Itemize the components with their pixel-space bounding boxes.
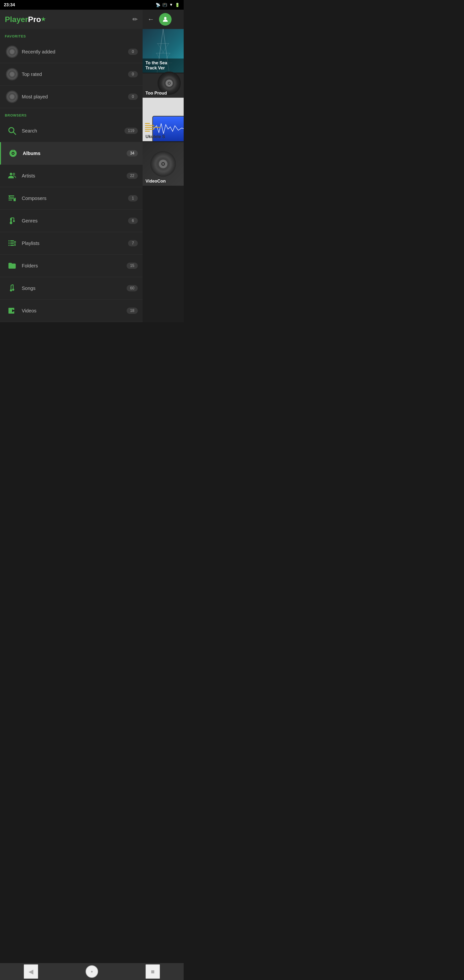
genres-count: 6 <box>128 218 138 224</box>
songs-item[interactable]: Songs 60 <box>0 277 143 299</box>
playlists-icon-container <box>5 236 19 250</box>
search-icon <box>8 126 16 135</box>
album-card-1-image: To the SeaTrack Ver <box>143 29 184 73</box>
status-icons: 📡 📳 ▼ 🔋 <box>156 3 180 7</box>
recently-added-icon <box>5 45 19 59</box>
genres-label: Genres <box>22 218 128 224</box>
browsers-section-header: BROWSERS <box>0 108 143 120</box>
folders-item[interactable]: Folders 15 <box>0 255 143 277</box>
svg-rect-17 <box>10 240 14 242</box>
album-card-4[interactable]: VideoCon <box>143 142 184 186</box>
folders-count: 15 <box>127 262 138 269</box>
album-vinyl-area: Too Proud <box>143 73 184 98</box>
artists-label: Artists <box>22 173 127 179</box>
svg-rect-11 <box>8 200 12 200</box>
status-time: 23:34 <box>4 2 15 8</box>
videocon-label: VideoCon <box>146 179 166 184</box>
search-count: 119 <box>124 128 138 134</box>
user-avatar <box>159 13 172 25</box>
sidebar: PlayerPro★ ✏ FAVORITES Recently added 0 … <box>0 10 143 322</box>
main-layout: PlayerPro★ ✏ FAVORITES Recently added 0 … <box>0 10 184 322</box>
top-rated-count: 0 <box>128 71 138 77</box>
composers-label: Composers <box>22 196 128 201</box>
wifi-icon: ▼ <box>169 3 173 7</box>
svg-rect-21 <box>10 245 14 246</box>
vinyl-disc-icon-2 <box>6 68 18 81</box>
album-card-4-image: VideoCon <box>143 142 184 186</box>
svg-rect-10 <box>8 198 14 199</box>
svg-point-49 <box>162 163 164 165</box>
recently-added-item[interactable]: Recently added 0 <box>0 41 143 63</box>
svg-line-39 <box>162 43 169 53</box>
albums-label: Albums <box>23 151 127 156</box>
artists-icon-container <box>5 169 19 183</box>
composers-icon <box>8 194 16 203</box>
ukulele-label: Ukulele S <box>146 134 165 139</box>
genres-item[interactable]: Genres 6 <box>0 210 143 232</box>
videos-count: 18 <box>127 307 138 314</box>
svg-rect-19 <box>10 242 14 244</box>
playlists-label: Playlists <box>22 240 128 246</box>
videos-item[interactable]: Videos 18 <box>0 299 143 322</box>
songs-icon <box>8 284 16 293</box>
albums-icon <box>9 149 17 158</box>
playlists-count: 7 <box>128 240 138 247</box>
svg-marker-24 <box>14 241 16 242</box>
back-button[interactable]: ← <box>148 16 154 23</box>
most-played-label: Most played <box>22 94 128 100</box>
songs-icon-container <box>5 281 19 296</box>
svg-point-15 <box>13 220 15 222</box>
logo-player-text: Player <box>5 15 28 24</box>
folders-label: Folders <box>22 263 127 269</box>
svg-point-6 <box>10 173 12 175</box>
most-played-icon <box>5 89 19 104</box>
vinyl-disc-icon <box>6 45 18 58</box>
cast-icon: 📡 <box>156 3 160 7</box>
favorites-section-header: FAVORITES <box>0 29 143 41</box>
recently-added-label: Recently added <box>22 49 128 55</box>
folders-icon-container <box>5 258 19 273</box>
album-card-1[interactable]: To the SeaTrack Ver <box>143 29 184 73</box>
svg-rect-9 <box>8 197 14 197</box>
videos-icon-container <box>5 304 19 318</box>
artists-count: 22 <box>127 173 138 179</box>
svg-line-38 <box>157 43 164 53</box>
genres-icon <box>8 216 16 225</box>
right-panel: ← <box>143 10 184 322</box>
most-played-count: 0 <box>128 94 138 100</box>
svg-point-7 <box>13 173 15 175</box>
svg-point-32 <box>164 17 167 19</box>
songs-count: 60 <box>127 285 138 291</box>
albums-icon-container <box>6 146 20 161</box>
artists-icon <box>8 172 16 180</box>
playlists-item[interactable]: Playlists 7 <box>0 232 143 255</box>
svg-point-45 <box>168 83 170 84</box>
album-card-3[interactable]: Ukulele S <box>143 98 184 141</box>
sound-wave-icon <box>145 123 161 132</box>
edit-icon[interactable]: ✏ <box>132 16 138 23</box>
top-rated-label: Top rated <box>22 72 128 77</box>
playlists-icon <box>8 239 16 248</box>
svg-line-1 <box>13 132 16 135</box>
composers-item[interactable]: Composers 1 <box>0 187 143 210</box>
videos-label: Videos <box>22 308 127 313</box>
search-icon-container <box>5 124 19 138</box>
top-rated-item[interactable]: Top rated 0 <box>0 63 143 86</box>
most-played-item[interactable]: Most played 0 <box>0 86 143 108</box>
right-panel-header: ← <box>143 10 184 29</box>
search-item[interactable]: Search 119 <box>0 120 143 142</box>
svg-rect-18 <box>8 242 10 244</box>
top-rated-icon <box>5 67 19 81</box>
videos-icon <box>8 306 16 315</box>
logo-star-icon: ★ <box>41 16 46 22</box>
too-proud-label: Too Proud <box>146 91 167 96</box>
battery-icon: 🔋 <box>175 3 180 7</box>
status-bar: 23:34 📡 📳 ▼ 🔋 <box>0 0 184 10</box>
recently-added-count: 0 <box>128 49 138 55</box>
album-card-3-image: Ukulele S <box>143 98 184 141</box>
svg-point-4 <box>12 153 14 154</box>
vibrate-icon: 📳 <box>162 3 167 7</box>
artists-item[interactable]: Artists 22 <box>0 165 143 187</box>
logo: PlayerPro★ <box>5 15 46 24</box>
albums-item[interactable]: Albums 34 <box>0 142 143 165</box>
